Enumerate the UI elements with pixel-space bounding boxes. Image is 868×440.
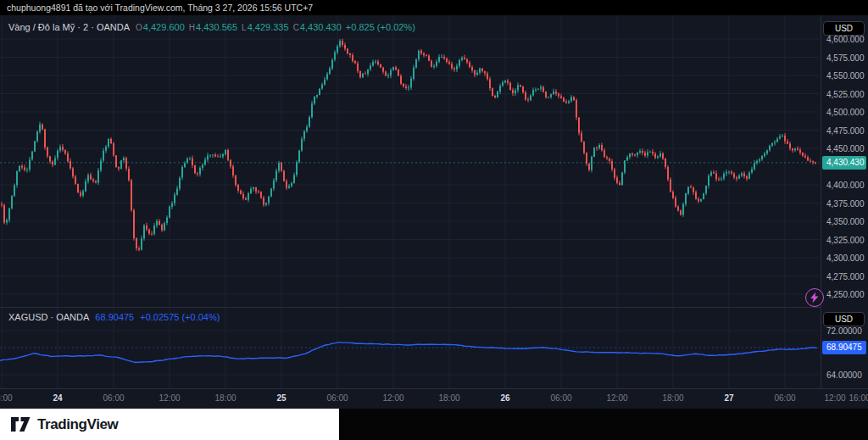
time-tick-label: 16:00 bbox=[849, 393, 868, 403]
change-value: +0.825 (+0.02%) bbox=[346, 22, 415, 32]
time-tick-label: 06:00 bbox=[103, 393, 124, 403]
lightning-bolt-glyph bbox=[810, 292, 820, 304]
open-value: 4,429.600 bbox=[143, 22, 185, 32]
footer-bar: TradingView bbox=[0, 409, 868, 440]
time-tick-label: 25 bbox=[276, 393, 286, 403]
sub-legend: XAGUSD · OANDA 68.90475 +0.02575 (+0.04%… bbox=[8, 312, 220, 322]
price-tick-label: 4,475.000 bbox=[826, 125, 865, 135]
time-axis[interactable]: 18:002406:0012:0018:002506:0012:0018:002… bbox=[0, 388, 868, 409]
low-label: L bbox=[242, 23, 247, 32]
time-tick-label: 18:00 bbox=[0, 393, 13, 403]
time-tick-label: 18:00 bbox=[214, 393, 236, 403]
time-tick-label: 18:00 bbox=[438, 393, 459, 403]
sub-symbol-title[interactable]: XAGUSD · OANDA bbox=[8, 312, 89, 322]
time-tick-label: 06:00 bbox=[774, 393, 795, 403]
price-tick-label: 4,450.000 bbox=[826, 144, 865, 153]
tradingview-logo-icon bbox=[10, 416, 31, 433]
time-tick-label: 06:00 bbox=[326, 393, 348, 403]
time-tick-label: 06:00 bbox=[550, 393, 571, 403]
main-ohlc-values: O4,429.600 H4,430.565 L4,429.335 C4,430.… bbox=[136, 22, 417, 32]
time-tick-label: 12:00 bbox=[824, 393, 845, 403]
pane-divider[interactable] bbox=[0, 304, 868, 310]
price-axis[interactable]: 4,430.430 68.90475 4,600.0004,575.0004,5… bbox=[821, 15, 868, 388]
price-tick-label: 4,550.000 bbox=[826, 71, 865, 81]
open-label: O bbox=[136, 23, 142, 32]
time-tick-label: 27 bbox=[724, 393, 733, 403]
price-tick-label: 4,400.000 bbox=[826, 181, 865, 190]
chart-canvas[interactable] bbox=[0, 15, 868, 409]
time-tick-label: 12:00 bbox=[159, 393, 180, 403]
tradingview-wordmark: TradingView bbox=[37, 416, 118, 433]
footer-dark-area bbox=[339, 409, 868, 440]
currency-button-main[interactable]: USD bbox=[823, 21, 865, 36]
time-tick-label: 18:00 bbox=[662, 393, 683, 403]
close-label: C bbox=[293, 23, 299, 32]
high-value: 4,430.565 bbox=[196, 22, 237, 32]
time-tick-label: 12:00 bbox=[606, 393, 627, 403]
last-price-badge-gold: 4,430.430 bbox=[822, 156, 866, 170]
attribution-text: chuphuong4891 đã tạo với TradingView.com… bbox=[7, 3, 313, 13]
main-symbol-title[interactable]: Vàng / Đô la Mỹ · 2 · OANDA bbox=[8, 22, 130, 32]
price-tick-label: 4,525.000 bbox=[826, 89, 865, 98]
price-tick-label: 4,250.000 bbox=[826, 290, 865, 299]
price-tick-label: 4,575.000 bbox=[826, 53, 865, 62]
last-price-badge-silver: 68.90475 bbox=[822, 341, 866, 354]
time-tick-label: 24 bbox=[53, 393, 62, 403]
price-tick-label: 4,275.000 bbox=[826, 271, 865, 281]
chart-region[interactable]: Vàng / Đô la Mỹ · 2 · OANDA O4,429.600 H… bbox=[0, 15, 868, 409]
price-tick-label: 4,350.000 bbox=[826, 217, 865, 226]
price-tick-label: 4,600.000 bbox=[826, 35, 865, 44]
low-value: 4,429.335 bbox=[248, 22, 289, 32]
time-tick-label: 12:00 bbox=[382, 393, 403, 403]
sub-last-value: 68.90475 bbox=[95, 312, 134, 322]
price-tick-label: 4,375.000 bbox=[826, 198, 865, 208]
tradingview-logo[interactable]: TradingView bbox=[0, 416, 118, 433]
time-tick-label: 26 bbox=[500, 393, 509, 403]
price-tick-label: 72.00000 bbox=[826, 326, 862, 336]
price-tick-label: 4,500.000 bbox=[826, 108, 865, 117]
sub-change-value: +0.02575 (+0.04%) bbox=[140, 312, 220, 322]
lightning-icon[interactable] bbox=[805, 288, 824, 307]
attribution-bar: chuphuong4891 đã tạo với TradingView.com… bbox=[0, 0, 868, 15]
close-value: 4,430.430 bbox=[300, 22, 342, 32]
price-tick-label: 64.00000 bbox=[826, 370, 862, 380]
main-legend: Vàng / Đô la Mỹ · 2 · OANDA O4,429.600 H… bbox=[8, 22, 417, 32]
high-label: H bbox=[189, 23, 195, 32]
price-tick-label: 4,325.000 bbox=[826, 235, 865, 244]
currency-button-sub[interactable]: USD bbox=[823, 312, 865, 326]
price-tick-label: 4,300.000 bbox=[826, 253, 865, 263]
